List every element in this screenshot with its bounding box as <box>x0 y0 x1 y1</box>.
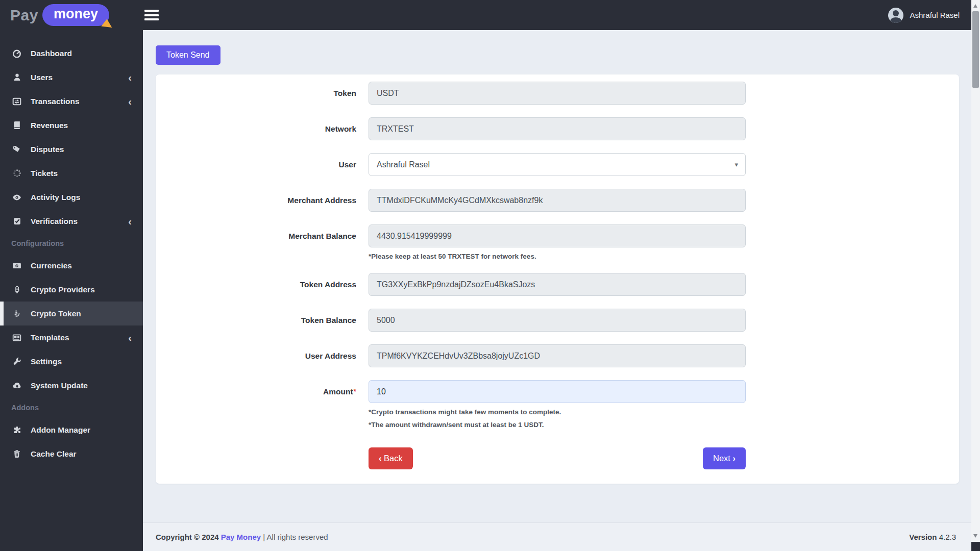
vertical-scrollbar[interactable] <box>971 0 980 551</box>
crypto-delay-note: *Crypto transactions might take few mome… <box>369 408 746 416</box>
sidebar-item-templates[interactable]: Templates ‹ <box>0 325 143 349</box>
token-balance-input <box>369 309 746 332</box>
user-address-input <box>369 344 746 367</box>
check-square-icon <box>11 217 22 226</box>
required-asterisk: * <box>354 387 356 395</box>
amount-label: Amount* <box>323 387 356 396</box>
lira-icon <box>11 309 22 318</box>
sidebar-item-label: Crypto Providers <box>31 285 95 294</box>
sidebar-section-configurations: Configurations <box>0 233 143 254</box>
sidebar-item-revenues[interactable]: Revenues <box>0 113 143 137</box>
merchant-balance-input <box>369 224 746 247</box>
sidebar-item-transactions[interactable]: Transactions ‹ <box>0 89 143 113</box>
wrench-icon <box>11 357 22 366</box>
sidebar-item-settings[interactable]: Settings <box>0 349 143 373</box>
form-row-user-address: User Address <box>156 344 959 367</box>
network-fee-note: *Please keep at least 50 TRXTEST for net… <box>369 253 746 260</box>
sidebar-item-currencies[interactable]: Currencies <box>0 254 143 278</box>
brand-money-pill: money <box>42 4 109 26</box>
brand-logo[interactable]: Pay money <box>0 0 143 30</box>
sidebar-item-addon-manager[interactable]: Addon Manager <box>0 418 143 442</box>
user-select-value: Ashraful Rasel <box>377 160 430 169</box>
sidebar-toggle-icon[interactable] <box>144 10 159 20</box>
bitcoin-icon <box>11 285 22 294</box>
top-bar: Ashraful Rasel <box>0 0 980 30</box>
chevron-left-icon: ‹ <box>128 96 132 107</box>
scroll-down-arrow-icon[interactable] <box>973 534 977 538</box>
sidebar-item-label: Revenues <box>31 121 68 130</box>
tags-icon <box>11 145 22 154</box>
sidebar-item-label: Dashboard <box>31 49 72 58</box>
sidebar-item-verifications[interactable]: Verifications ‹ <box>0 209 143 233</box>
scrollbar-corner <box>971 542 980 551</box>
sidebar-item-users[interactable]: Users ‹ <box>0 65 143 89</box>
merchant-address-input <box>369 189 746 212</box>
network-label: Network <box>325 124 356 134</box>
sidebar-item-label: Cache Clear <box>31 449 77 459</box>
form-row-merchant-address: Merchant Address <box>156 189 959 212</box>
cloud-upload-icon <box>11 381 22 390</box>
sidebar-item-cache-clear[interactable]: Cache Clear <box>0 442 143 466</box>
sidebar-menu: Dashboard Users ‹ Transactions ‹ Revenue… <box>0 41 143 466</box>
token-address-input <box>369 273 746 296</box>
sidebar-item-label: Disputes <box>31 145 64 154</box>
sidebar-section-addons: Addons <box>0 397 143 418</box>
cursor-arrow-icon <box>101 19 114 32</box>
brand-pay-text: Pay <box>10 7 38 24</box>
scrollbar-thumb[interactable] <box>972 11 979 88</box>
chevron-right-icon: › <box>733 454 736 463</box>
version-text: Version 4.2.3 <box>909 533 956 541</box>
sidebar-item-label: Currencies <box>31 261 72 270</box>
transactions-icon <box>11 97 22 106</box>
form-row-merchant-balance: Merchant Balance *Please keep at least 5… <box>156 224 959 260</box>
back-button[interactable]: ‹ Back <box>369 447 413 469</box>
sidebar-item-label: Crypto Token <box>31 309 81 318</box>
chevron-left-icon: ‹ <box>128 333 132 343</box>
sidebar-item-label: Verifications <box>31 217 78 226</box>
avatar <box>888 8 903 23</box>
user-name: Ashraful Rasel <box>910 11 960 19</box>
token-send-button[interactable]: Token Send <box>156 45 220 65</box>
sidebar-item-crypto-token[interactable]: Crypto Token <box>0 302 143 325</box>
scroll-up-arrow-icon[interactable] <box>973 4 977 8</box>
user-menu[interactable]: Ashraful Rasel <box>888 0 960 30</box>
token-label: Token <box>334 89 357 98</box>
next-button[interactable]: Next › <box>703 447 746 469</box>
trash-icon <box>11 449 22 459</box>
footer-brand-link[interactable]: Pay Money <box>221 533 261 541</box>
chevron-left-icon: ‹ <box>379 454 382 463</box>
amount-input[interactable] <box>369 380 746 403</box>
sidebar-item-disputes[interactable]: Disputes <box>0 137 143 161</box>
user-address-label: User Address <box>305 352 356 361</box>
user-icon <box>11 73 22 82</box>
sidebar: Pay money Dashboard Users ‹ Transactions… <box>0 0 143 551</box>
newspaper-icon <box>11 333 22 342</box>
sidebar-item-dashboard[interactable]: Dashboard <box>0 41 143 65</box>
sidebar-item-label: Users <box>31 73 53 82</box>
sidebar-item-tickets[interactable]: Tickets <box>0 161 143 185</box>
sidebar-item-label: Templates <box>31 333 69 342</box>
book-icon <box>11 121 22 130</box>
sidebar-item-crypto-providers[interactable]: Crypto Providers <box>0 278 143 302</box>
form-row-amount: Amount* *Crypto transactions might take … <box>156 380 959 429</box>
sidebar-item-activity-logs[interactable]: Activity Logs <box>0 185 143 209</box>
token-send-card: Token Network User Ashraful Rasel ▾ Merc… <box>156 74 959 484</box>
minimum-amount-note: *The amount withdrawn/sent must at least… <box>369 421 746 429</box>
caret-down-icon: ▾ <box>734 161 738 168</box>
sidebar-item-system-update[interactable]: System Update <box>0 373 143 397</box>
user-select[interactable]: Ashraful Rasel ▾ <box>369 153 746 176</box>
puzzle-icon <box>11 425 22 435</box>
money-bill-icon <box>11 261 22 270</box>
sidebar-item-label: Addon Manager <box>31 425 90 435</box>
merchant-address-label: Merchant Address <box>287 196 356 205</box>
main-content: Token Send Token Network User Ashraful R… <box>143 30 971 522</box>
form-row-user: User Ashraful Rasel ▾ <box>156 153 959 176</box>
sidebar-item-label: Tickets <box>31 169 58 178</box>
user-label: User <box>339 160 356 169</box>
token-input <box>369 82 746 105</box>
chevron-left-icon: ‹ <box>128 72 132 83</box>
sidebar-item-label: Activity Logs <box>31 193 80 202</box>
merchant-balance-label: Merchant Balance <box>288 232 356 241</box>
spinner-icon <box>11 169 22 178</box>
copyright-text: Copyright © 2024 Pay Money | All rights … <box>156 533 328 541</box>
